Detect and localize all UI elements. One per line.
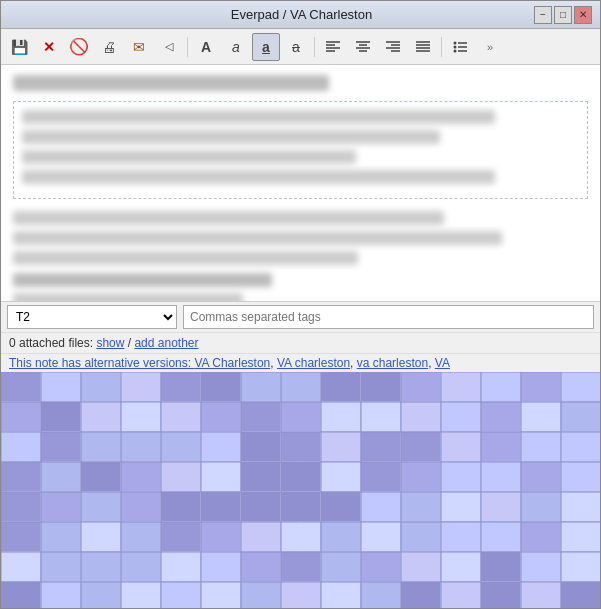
svg-point-16 (454, 41, 457, 44)
email-button[interactable]: ✉ (125, 33, 153, 61)
blur-line (13, 293, 243, 301)
justify-button[interactable] (409, 33, 437, 61)
version-link-1[interactable]: VA charleston (277, 356, 350, 370)
show-attachments-link[interactable]: show (96, 336, 124, 350)
blur-line (13, 75, 329, 91)
version-link-2[interactable]: va charleston (357, 356, 428, 370)
blur-line (22, 110, 495, 124)
attached-count: 0 attached files: (9, 336, 96, 350)
save-button[interactable]: 💾 (5, 33, 33, 61)
window-title: Everpad / VA Charleston (69, 7, 534, 22)
blur-line (13, 273, 272, 287)
blur-line (13, 231, 502, 245)
separator-2 (314, 37, 315, 57)
content-block-1 (13, 101, 588, 199)
title-bar: Everpad / VA Charleston − □ ✕ (1, 1, 600, 29)
delete-button[interactable]: 🚫 (65, 33, 93, 61)
versions-bar: This note has alternative versions: VA C… (1, 353, 600, 372)
content-area: T2 0 attached files: show / add another … (1, 65, 600, 608)
version-link-0[interactable]: VA Charleston (194, 356, 270, 370)
attached-separator: / (124, 336, 134, 350)
bold-button[interactable]: A (192, 33, 220, 61)
more-button[interactable]: » (476, 33, 504, 61)
align-center-button[interactable] (349, 33, 377, 61)
underline-button[interactable]: a (252, 33, 280, 61)
content-block-3 (13, 273, 588, 301)
svg-point-18 (454, 45, 457, 48)
blur-line (22, 150, 356, 164)
share-button[interactable]: ◁ (155, 33, 183, 61)
content-block-2 (13, 211, 588, 265)
grid-canvas (1, 372, 600, 608)
bottom-bar: T2 (1, 301, 600, 332)
versions-prefix: This note has alternative versions: (9, 356, 194, 370)
blur-line (13, 251, 358, 265)
separator-3 (441, 37, 442, 57)
blur-line (22, 170, 495, 184)
align-left-button[interactable] (319, 33, 347, 61)
list-button[interactable] (446, 33, 474, 61)
discard-button[interactable]: ✕ (35, 33, 63, 61)
minimize-button[interactable]: − (534, 6, 552, 24)
maximize-button[interactable]: □ (554, 6, 572, 24)
add-attachment-link[interactable]: add another (134, 336, 198, 350)
blur-line (13, 211, 444, 225)
tags-input[interactable] (183, 305, 594, 329)
close-button[interactable]: ✕ (574, 6, 592, 24)
print-button[interactable]: 🖨 (95, 33, 123, 61)
window-controls: − □ ✕ (534, 6, 592, 24)
notebook-select[interactable]: T2 (7, 305, 177, 329)
app-window: Everpad / VA Charleston − □ ✕ 💾 ✕ 🚫 🖨 ✉ … (0, 0, 601, 609)
grid-area (1, 372, 600, 608)
italic-button[interactable]: a (222, 33, 250, 61)
blur-line (22, 130, 440, 144)
strikethrough-button[interactable]: a (282, 33, 310, 61)
attached-bar: 0 attached files: show / add another (1, 332, 600, 353)
toolbar: 💾 ✕ 🚫 🖨 ✉ ◁ A a a a » (1, 29, 600, 65)
separator-1 (187, 37, 188, 57)
editor-area[interactable] (1, 65, 600, 301)
editor-content (1, 65, 600, 301)
heading-area (13, 75, 588, 91)
align-right-button[interactable] (379, 33, 407, 61)
svg-point-20 (454, 49, 457, 52)
version-link-3[interactable]: VA (435, 356, 450, 370)
